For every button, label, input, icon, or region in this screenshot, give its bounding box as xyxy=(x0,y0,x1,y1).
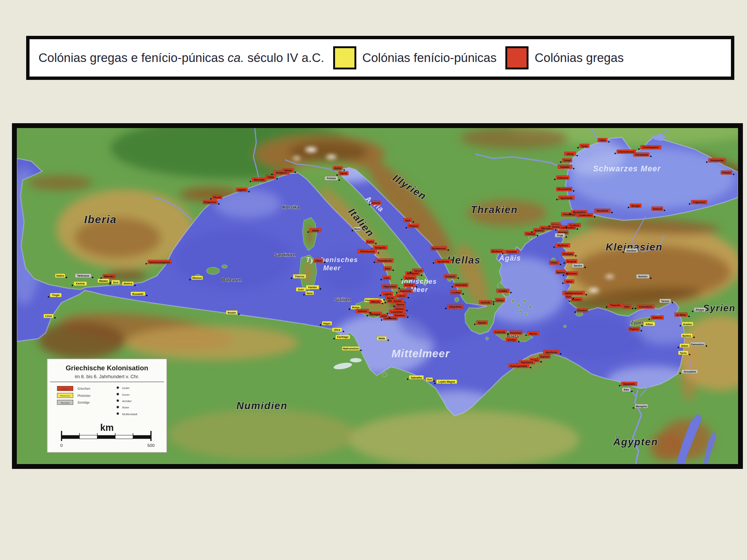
map-svg: Schwarzes MeerMittelmeerTyrrhenischesMee… xyxy=(17,128,738,464)
svg-text:Sulci: Sulci xyxy=(298,288,304,291)
svg-text:Metapont: Metapont xyxy=(407,272,419,275)
colony-label: Dioskurias xyxy=(706,158,726,163)
karpathos-island xyxy=(564,325,567,328)
svg-text:Nora: Nora xyxy=(307,292,313,295)
svg-text:Gordion: Gordion xyxy=(626,249,636,252)
svg-text:Akragas: Akragas xyxy=(370,313,381,316)
colony-label: Knossos xyxy=(507,331,523,335)
svg-text:Karteia: Karteia xyxy=(76,282,85,285)
colony-label: Karalis xyxy=(306,285,321,290)
legend-title-suffix: século IV a.C. xyxy=(244,51,324,65)
svg-text:Gela: Gela xyxy=(381,315,387,317)
colony-label: Theodosia xyxy=(633,152,652,157)
legend-title-ca: ca. xyxy=(227,51,244,65)
colony-label: Massalia xyxy=(249,178,266,182)
svg-text:Leontinoi: Leontinoi xyxy=(391,311,403,313)
colony-label: Mytilene xyxy=(553,243,570,248)
svg-text:Karthago: Karthago xyxy=(337,336,348,339)
svg-text:Olbia: Olbia xyxy=(267,176,274,178)
svg-text:Troja: Troja xyxy=(557,234,563,237)
svg-text:Kroton: Kroton xyxy=(405,284,413,286)
svg-text:Jerusalem: Jerusalem xyxy=(683,370,696,373)
colony-label: Kallatis xyxy=(558,165,574,169)
colony-label: Gordion xyxy=(623,248,638,253)
svg-text:Euhesperides: Euhesperides xyxy=(510,365,527,368)
svg-text:Odessos: Odessos xyxy=(557,177,568,179)
colony-label: Apollonia xyxy=(543,350,561,355)
svg-text:Himera: Himera xyxy=(371,301,380,303)
scale-end-label: 500 xyxy=(148,443,155,448)
svg-text:Schwarzes Meer: Schwarzes Meer xyxy=(593,164,661,173)
map-inset-legend: Griechische Kolonisation im 8. bis 6. Ja… xyxy=(47,359,167,452)
colony-label: Ikonion xyxy=(636,274,652,279)
colony-label: Sybaris xyxy=(401,276,416,280)
svg-text:Kyme: Kyme xyxy=(367,240,374,243)
svg-text:Memphis: Memphis xyxy=(61,402,70,404)
djerba-island xyxy=(382,373,387,377)
svg-text:Potidaia: Potidaia xyxy=(506,251,517,253)
svg-text:Aleppo: Aleppo xyxy=(695,308,704,311)
svg-text:Samos: Samos xyxy=(557,271,565,274)
svg-text:Al Mina: Al Mina xyxy=(676,314,686,316)
colony-label: Tartessos xyxy=(75,274,93,278)
phoenician-legend-label: Colónias fenício-púnicas xyxy=(362,51,497,65)
top-legend-bar: Colónias gregas e fenício-púnicas ca. sé… xyxy=(26,36,734,80)
svg-text:Side: Side xyxy=(624,305,630,308)
colony-label: Emporion xyxy=(203,200,220,205)
svg-text:Apollonia: Apollonia xyxy=(545,351,557,354)
sea-label: Mittelmeer xyxy=(391,348,450,360)
svg-text:Sybaris: Sybaris xyxy=(405,277,415,280)
svg-text:Tarent: Tarent xyxy=(414,270,422,272)
svg-text:Rom: Rom xyxy=(354,228,360,230)
svg-text:Mesembria: Mesembria xyxy=(558,188,571,190)
svg-text:Hadrumetum: Hadrumetum xyxy=(343,347,359,350)
region-label: Ägypten xyxy=(613,436,658,448)
svg-text:Lokroi: Lokroi xyxy=(397,295,405,297)
svg-text:Tyros: Tyros xyxy=(680,352,687,355)
svg-text:Gortyn: Gortyn xyxy=(507,339,516,342)
island-label: Sardinien xyxy=(275,252,296,258)
svg-text:Kyrene: Kyrene xyxy=(540,355,549,358)
svg-text:Kaulonia: Kaulonia xyxy=(400,290,411,292)
menorca xyxy=(221,265,227,268)
svg-text:Kelenderis: Kelenderis xyxy=(639,305,653,308)
island-label: Balearen xyxy=(222,277,242,283)
svg-text:Epidamnos: Epidamnos xyxy=(432,247,446,250)
svg-text:Malta: Malta xyxy=(378,337,385,340)
svg-text:Massalia: Massalia xyxy=(254,178,264,181)
greek-color-swatch xyxy=(505,46,529,69)
region-label: Thrakien xyxy=(471,204,518,215)
svg-text:Apollonia: Apollonia xyxy=(561,197,573,200)
cyclades xyxy=(517,304,520,307)
svg-text:Ikosim: Ikosim xyxy=(227,311,236,314)
svg-text:Agathe: Agathe xyxy=(238,189,247,192)
colony-label: Al Mina xyxy=(675,312,690,317)
svg-text:Motya: Motya xyxy=(352,306,360,309)
colony-label: Mesembria xyxy=(556,187,574,192)
svg-text:Spina: Spina xyxy=(340,172,347,175)
rhodes xyxy=(576,312,583,316)
svg-text:Zankle: Zankle xyxy=(394,300,402,302)
svg-text:Nikaia: Nikaia xyxy=(284,169,292,172)
svg-text:Paphos: Paphos xyxy=(629,328,639,331)
svg-text:Pantikapaion: Pantikapaion xyxy=(643,146,659,149)
svg-text:Smyrna: Smyrna xyxy=(567,260,576,263)
greek-legend-label: Colónias gregas xyxy=(534,51,623,65)
colony-label: Euhesperides xyxy=(508,364,531,368)
svg-text:Methone: Methone xyxy=(492,250,503,253)
svg-text:Alalia: Alalia xyxy=(312,229,319,232)
colony-label: Tharros xyxy=(291,274,306,279)
colony-label: Trapezunt xyxy=(689,200,707,205)
svg-text:Leptis Magna: Leptis Magna xyxy=(438,380,455,383)
svg-text:Sexi: Sexi xyxy=(113,281,118,284)
svg-text:Achäer: Achäer xyxy=(122,399,132,403)
colony-label: Pithekussai xyxy=(358,249,379,253)
svg-text:Herakleia: Herakleia xyxy=(597,209,608,212)
colony-label: Phokaia xyxy=(561,252,577,256)
svg-text:Sestos: Sestos xyxy=(552,225,561,228)
svg-text:Tomoi: Tomoi xyxy=(563,159,571,162)
cyclades xyxy=(525,313,527,315)
svg-text:Tingis: Tingis xyxy=(52,294,59,297)
colony-label: Potidaia xyxy=(502,250,519,254)
svg-text:Sonstige: Sonstige xyxy=(77,401,90,404)
